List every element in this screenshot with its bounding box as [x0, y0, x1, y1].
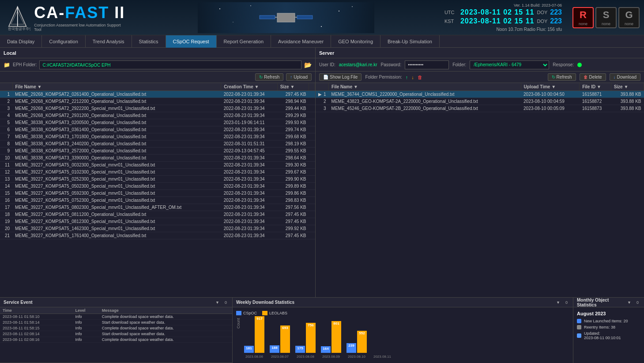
- svg-point-10: [219, 8, 220, 9]
- cspoc-bar: 239: [346, 343, 356, 353]
- local-file-row[interactable]: 17 MEME_39227_KOMPSAT5_0802300_Special_m…: [0, 204, 315, 211]
- row-filename: MEME_39227_KOMPSAT5_1462300_Special_mnvr…: [12, 225, 221, 232]
- server-file-row[interactable]: 3 MEME_45246_GEO-KOMPSAT-2B_2220000_Oper…: [316, 105, 644, 112]
- server-refresh-button[interactable]: ↻ Refresh: [548, 73, 576, 81]
- local-file-row[interactable]: 5 MEME_38338_KOMPSAT3_0200500_Operationa…: [0, 119, 315, 126]
- server-row-fileid: 16158871: [580, 91, 611, 98]
- server-col-size[interactable]: Size ▼: [611, 83, 644, 91]
- row-num: 16: [0, 197, 12, 204]
- folder-down-icon[interactable]: ↓: [411, 75, 414, 80]
- local-file-row[interactable]: 20 MEME_39227_KOMPSAT5_1462300_Special_m…: [0, 225, 315, 232]
- eph-folder-path[interactable]: C:#CAFAST2#DATA#CSpOC EPH: [39, 60, 301, 69]
- kst-doy-value: 223: [550, 17, 562, 25]
- event-message: Complete download space weather data.: [99, 325, 232, 331]
- local-refresh-button[interactable]: ↻ Refresh: [255, 73, 283, 81]
- local-file-row[interactable]: 9 MEME_38338_KOMPSAT3_2572000_Operationa…: [0, 147, 315, 155]
- monthly-minimize[interactable]: ▼: [625, 300, 633, 305]
- local-file-row[interactable]: 2 MEME_29268_KOMPSAT2_2212200_Operationa…: [0, 98, 315, 105]
- monthly-panel: Monthly Object Statistics ▼ 0 August 202…: [573, 298, 644, 363]
- nav-avoidance-maneuver[interactable]: Avoidance Maneuver: [271, 35, 331, 48]
- service-event-minimize[interactable]: ▼: [214, 300, 221, 305]
- row-creation-time: 2022-08-23 01:39:34: [221, 218, 277, 225]
- folder-select[interactable]: /Ephemeris/KARI - 6479: [470, 60, 549, 69]
- local-file-row[interactable]: 8 MEME_38338_KOMPSAT3_2440200_Operationa…: [0, 140, 315, 147]
- userid-label: User ID:: [319, 62, 335, 67]
- server-delete-button[interactable]: 🗑 Delete: [580, 73, 606, 81]
- nav-geo-monitoring[interactable]: GEO Monitoring: [331, 35, 380, 48]
- local-file-row[interactable]: 18 MEME_39227_KOMPSAT5_0811200_Operation…: [0, 211, 315, 218]
- show-log-button[interactable]: 📄 Show Log File: [319, 73, 362, 81]
- row-filename: MEME_29268_KOMPSAT2_2922200_Special_mnvr…: [12, 105, 221, 112]
- row-creation-time: 2022-08-23 01:39:34: [221, 91, 277, 98]
- event-log-row[interactable]: 2023-08-11 02:08:16 Info Complete downlo…: [0, 337, 232, 343]
- local-file-row[interactable]: 21 MEME_39227_KOMPSAT5_1761400_Operation…: [0, 232, 315, 239]
- col-filename[interactable]: File Name ▼: [12, 83, 221, 91]
- local-file-row[interactable]: 6 MEME_38338_KOMPSAT3_0361400_Operationa…: [0, 126, 315, 133]
- local-upload-button[interactable]: ↑ Upload: [286, 73, 312, 81]
- local-file-row[interactable]: 1 MEME_29268_KOMPSAT2_0261400_Operationa…: [0, 91, 315, 98]
- row-size: 298.19 KB: [277, 140, 309, 147]
- event-log-row[interactable]: 2023-08-11 01:58:15 Info Complete downlo…: [0, 325, 232, 331]
- local-file-row[interactable]: 11 MEME_39227_KOMPSAT5_0032300_Special_m…: [0, 162, 315, 169]
- nav-configuration[interactable]: Configuration: [42, 35, 85, 48]
- local-file-row[interactable]: 3 MEME_29268_KOMPSAT2_2922200_Special_mn…: [0, 105, 315, 112]
- password-input[interactable]: [405, 60, 449, 69]
- local-file-row[interactable]: 10 MEME_38338_KOMPSAT3_3390000_Operation…: [0, 155, 315, 162]
- server-file-row[interactable]: ▶1 MEME_36744_COMS1_2220000_Operational_…: [316, 91, 644, 98]
- server-download-button[interactable]: ↓ Download: [610, 73, 640, 81]
- event-level: Info: [72, 325, 99, 331]
- row-creation-time: 2022-08-23 01:39:34: [221, 176, 277, 183]
- row-creation-time: 2022-08-23 01:39:34: [221, 162, 277, 169]
- nav-data-display[interactable]: Data Display: [0, 35, 42, 48]
- folder-up-icon[interactable]: ↑: [406, 75, 408, 80]
- local-file-row[interactable]: 15 MEME_39227_KOMPSAT5_0592300_Special_m…: [0, 190, 315, 197]
- download-icon: ↓: [614, 75, 616, 79]
- server-col-filename[interactable]: File Name ▼: [329, 83, 521, 91]
- password-label: Password:: [381, 62, 402, 67]
- kst-time-block: KST 2023-08-11 02 15 11 DOY 223: [444, 17, 562, 25]
- server-col-fileid[interactable]: File ID ▼: [580, 83, 611, 91]
- local-file-row[interactable]: 14 MEME_39227_KOMPSAT5_0502300_Special_m…: [0, 183, 315, 190]
- local-file-row[interactable]: 13 MEME_39227_KOMPSAT5_0252300_Special_m…: [0, 176, 315, 183]
- event-level: Info: [72, 331, 99, 337]
- nav-statistics[interactable]: Statistics: [132, 35, 166, 48]
- nav-cspoc-request[interactable]: CSpOC Request: [166, 35, 217, 48]
- status-btn-s[interactable]: S none: [595, 7, 617, 28]
- server-file-row[interactable]: 2 MEME_43823_GEO-KOMPSAT-2A_2220000_Oper…: [316, 98, 644, 105]
- nav-breakup-simulation[interactable]: Break-Up Simulation: [380, 35, 440, 48]
- row-filename: MEME_39227_KOMPSAT5_0811200_Operational_…: [12, 211, 221, 218]
- row-creation-time: 2022-08-23 01:39:34: [221, 211, 277, 218]
- status-btn-r[interactable]: R none: [572, 7, 594, 28]
- chart-minimize[interactable]: ▼: [554, 300, 562, 305]
- nav-trend-analysis[interactable]: Trend Analysis: [86, 35, 132, 48]
- local-file-row[interactable]: 7 MEME_38338_KOMPSAT3_1701800_Operationa…: [0, 133, 315, 140]
- col-size[interactable]: Size ▼: [277, 83, 309, 91]
- status-btn-g[interactable]: G none: [618, 7, 640, 28]
- event-log-row[interactable]: 2023-08-11 02:08:14 Info Start download …: [0, 331, 232, 337]
- nav-report-generation[interactable]: Report Generation: [217, 35, 271, 48]
- refresh-icon: ↻: [259, 75, 263, 79]
- local-file-row[interactable]: 12 MEME_39227_KOMPSAT5_0102300_Special_m…: [0, 169, 315, 176]
- folder-delete-icon[interactable]: 🗑: [418, 75, 422, 80]
- chart-panel: Weekly Download Statistics ▼ 0 CSpOC LEO…: [233, 298, 573, 363]
- svg-rect-5: [277, 13, 295, 22]
- row-size: 299.67 KB: [277, 169, 309, 176]
- col-creation-time[interactable]: Creation Time ▼: [221, 83, 277, 91]
- bottom-area: Service Event ▼ 0 Time Level Message 202…: [0, 297, 644, 363]
- local-file-row[interactable]: 16 MEME_39227_KOMPSAT5_0752300_Special_m…: [0, 197, 315, 204]
- local-file-row[interactable]: 19 MEME_39227_KOMPSAT5_0812300_Special_m…: [0, 218, 315, 225]
- event-log-row[interactable]: 2023-08-11 01:58:10 Info Complete downlo…: [0, 314, 232, 320]
- legend-cspoc: CSpOC: [236, 311, 257, 315]
- bar-group: 2395522023.08.10: [346, 331, 367, 359]
- bar-chart: 1819172023.08.061886932023.08.0717575620…: [242, 318, 569, 363]
- row-num: 19: [0, 218, 12, 225]
- local-browse-icon[interactable]: 📂: [304, 61, 312, 68]
- row-creation-time: 2022-08-31 01:51:31: [221, 140, 277, 147]
- event-log-row[interactable]: 2023-08-11 01:58:14 Info Start download …: [0, 320, 232, 325]
- event-message: Complete download space weather data.: [99, 314, 232, 320]
- bar-date-label: 2023.08.09: [322, 355, 340, 359]
- server-col-upload-time[interactable]: Upload Time ▼: [521, 83, 580, 91]
- leolabs-bar: 801: [331, 321, 341, 353]
- server-file-table: File Name ▼ Upload Time ▼ File ID ▼ Size…: [316, 83, 644, 297]
- local-file-row[interactable]: 4 MEME_29268_KOMPSAT2_2931200_Operationa…: [0, 112, 315, 119]
